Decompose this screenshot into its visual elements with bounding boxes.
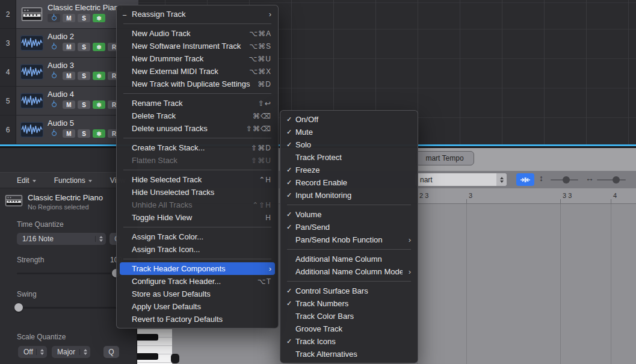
ruler-beat-label: 4 <box>613 192 617 199</box>
black-key[interactable] <box>137 353 158 360</box>
freeze-button[interactable]: ❄ <box>93 129 105 138</box>
edit-menu[interactable]: Edit <box>17 176 36 185</box>
menu-item-label: Configure Track Header... <box>132 277 250 286</box>
menu-item-track-numbers[interactable]: ✓Track Numbers <box>283 297 415 310</box>
menu-separator <box>123 227 271 227</box>
scrollbar-thumb[interactable] <box>171 354 179 363</box>
menu-item-label: Store as User Defaults <box>132 289 271 298</box>
menu-item-pan-send[interactable]: ✓Pan/Send <box>283 221 415 233</box>
swing-slider-knob[interactable] <box>14 303 23 312</box>
menu-item-new-software-instrument-track[interactable]: New Software Instrument Track⌥⌘S <box>120 40 275 52</box>
horizontal-zoom-knob[interactable] <box>613 176 620 184</box>
menu-item-new-external-midi-track[interactable]: New External MIDI Track⌥⌘X <box>120 65 275 78</box>
menu-item-track-protect[interactable]: Track Protect <box>283 151 415 164</box>
menu-item-track-alternatives[interactable]: Track Alternatives <box>283 348 415 360</box>
menu-item-input-monitoring[interactable]: ✓Input Monitoring <box>283 189 415 202</box>
solo-button[interactable]: S <box>78 100 90 109</box>
mute-button[interactable]: M <box>63 100 75 109</box>
solo-button[interactable]: S <box>78 43 90 51</box>
solo-button[interactable]: S <box>78 14 90 22</box>
menu-item-solo[interactable]: ✓Solo <box>283 138 415 151</box>
menu-shortcut: ⇧⌘⌫ <box>246 125 271 133</box>
menu-item-hide-selected-track[interactable]: Hide Selected Track⌃H <box>120 173 275 186</box>
menu-item-hide-unselected-tracks[interactable]: Hide Unselected Tracks <box>120 186 275 199</box>
black-key[interactable] <box>137 334 158 341</box>
menu-item-label: Mute <box>295 128 411 137</box>
solo-button[interactable]: S <box>78 129 90 138</box>
menu-item-volume[interactable]: ✓Volume <box>283 208 415 221</box>
menu-item-label: Flatten Stack <box>132 156 244 165</box>
scale-type-dropdown[interactable]: Major <box>52 346 90 358</box>
scale-root-dropdown[interactable]: Off <box>18 346 47 358</box>
power-button[interactable] <box>48 100 60 109</box>
menu-item-track-icons[interactable]: ✓Track Icons <box>283 335 415 348</box>
menu-item-store-as-user-defaults[interactable]: Store as User Defaults <box>120 288 275 300</box>
menu-shortcut: ⌥T <box>258 277 271 286</box>
menu-separator <box>287 249 411 250</box>
grid-beat-line <box>466 204 467 364</box>
horizontal-zoom-slider[interactable] <box>597 179 626 180</box>
menu-item-unhide-all-tracks[interactable]: Unhide All Tracks⌃⇧H <box>120 199 275 211</box>
swing-slider[interactable] <box>17 307 118 309</box>
menu-item-delete-track[interactable]: Delete Track⌘⌫ <box>120 110 275 122</box>
menu-item-delete-unused-tracks[interactable]: Delete unused Tracks⇧⌘⌫ <box>120 122 275 135</box>
freeze-button[interactable]: ❄ <box>93 72 105 80</box>
menu-item-freeze[interactable]: ✓Freeze <box>283 164 415 176</box>
menu-item-control-surface-bars[interactable]: ✓Control Surface Bars <box>283 285 415 297</box>
menu-item-track-header-components[interactable]: Track Header Components› <box>120 262 275 275</box>
menu-item-record-enable[interactable]: ✓Record Enable <box>283 176 415 189</box>
track-number: 2 <box>0 0 16 28</box>
power-button[interactable] <box>48 14 60 22</box>
menu-item-additional-name-column[interactable]: Additional Name Column <box>283 253 415 265</box>
freeze-button[interactable]: ❄ <box>93 43 105 51</box>
vertical-zoom-knob[interactable] <box>563 176 570 184</box>
menu-item-mute[interactable]: ✓Mute <box>283 126 415 138</box>
menu-item-label: Track Alternatives <box>295 350 411 359</box>
menu-item-track-color-bars[interactable]: Track Color Bars <box>283 310 415 322</box>
menu-item-groove-track[interactable]: Groove Track <box>283 322 415 335</box>
menu-item-apply-user-defaults[interactable]: Apply User Defaults <box>120 300 275 313</box>
power-button[interactable] <box>48 129 60 138</box>
menu-item-additional-name-column-mode[interactable]: Additional Name Column Mode› <box>283 265 415 278</box>
functions-menu[interactable]: Functions <box>54 176 92 185</box>
menu-item-rename-track[interactable]: Rename Track⇧↩ <box>120 97 275 110</box>
scale-quantize-q-button[interactable]: Q <box>103 346 119 358</box>
power-button[interactable] <box>48 72 60 80</box>
freeze-button[interactable]: ❄ <box>93 100 105 109</box>
menu-item-assign-track-color[interactable]: Assign Track Color... <box>120 230 275 243</box>
menu-item-label: Hide Unselected Tracks <box>132 188 271 197</box>
menu-item-label: Track Icons <box>295 337 411 346</box>
track-header-components-submenu: ✓On/Off✓Mute✓SoloTrack Protect✓Freeze✓Re… <box>280 110 418 363</box>
menu-item-flatten-stack[interactable]: Flatten Stack⇧⌘U <box>120 154 275 167</box>
ruler-tick <box>466 199 467 203</box>
tempo-mode-popup[interactable]: nart <box>415 173 507 186</box>
menu-item-new-track-with-duplicate-settings[interactable]: New Track with Duplicate Settings⌘D <box>120 78 275 90</box>
menu-item-revert-to-factory-defaults[interactable]: Revert to Factory Defaults <box>120 313 275 325</box>
menu-item-configure-track-header[interactable]: Configure Track Header...⌥T <box>120 275 275 288</box>
mute-button[interactable]: M <box>63 129 75 138</box>
menu-item-toggle-hide-view[interactable]: Toggle Hide ViewH <box>120 211 275 224</box>
mute-button[interactable]: M <box>63 72 75 80</box>
catch-range-button[interactable] <box>516 173 534 186</box>
menu-item-create-track-stack[interactable]: Create Track Stack...⇧⌘D <box>120 141 275 154</box>
menu-item-on-off[interactable]: ✓On/Off <box>283 113 415 126</box>
power-button[interactable] <box>48 43 60 51</box>
menu-item-label: Track Numbers <box>295 299 411 308</box>
menu-item-assign-track-icon[interactable]: Assign Track Icon... <box>120 243 275 256</box>
mute-button[interactable]: M <box>63 43 75 51</box>
menu-item-reassign-track[interactable]: –Reassign Track› <box>120 8 275 20</box>
vertical-zoom-slider[interactable] <box>551 179 578 180</box>
solo-button[interactable]: S <box>78 72 90 80</box>
smart-tempo-button[interactable]: mart Tempo <box>415 151 474 165</box>
menu-item-pan-send-knob-function[interactable]: Pan/Send Knob Function› <box>283 233 415 246</box>
time-quantize-dropdown[interactable]: 1/16 Note <box>17 233 106 245</box>
freeze-button[interactable]: ❄ <box>93 14 105 22</box>
menu-item-new-drummer-track[interactable]: New Drummer Track⌥⌘U <box>120 52 275 65</box>
piano-keys[interactable] <box>137 329 172 364</box>
menu-shortcut: ⌥⌘A <box>249 29 271 38</box>
menu-item-new-audio-track[interactable]: New Audio Track⌥⌘A <box>120 27 275 40</box>
mute-button[interactable]: M <box>63 14 75 22</box>
menu-item-label: Control Surface Bars <box>295 286 411 295</box>
strength-slider[interactable] <box>17 273 118 274</box>
functions-menu-label: Functions <box>54 176 85 185</box>
